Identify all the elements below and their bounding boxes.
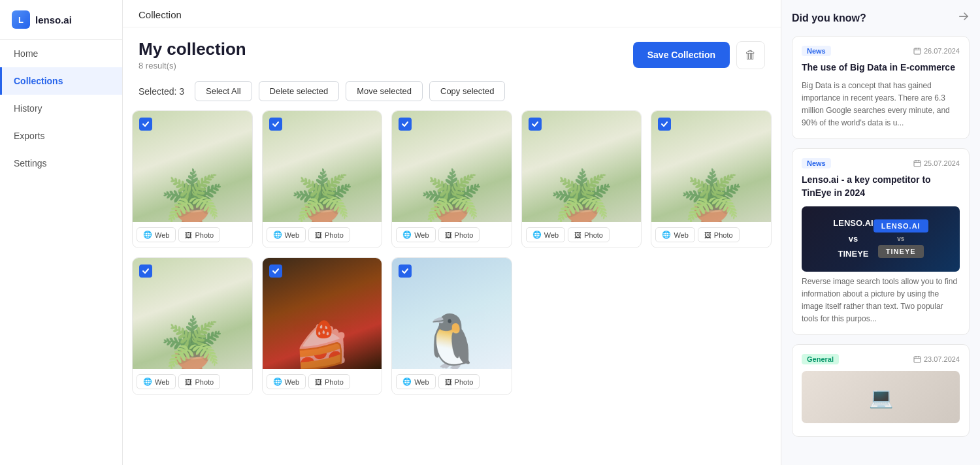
web-button-1[interactable]: 🌐 Web bbox=[137, 227, 176, 242]
card-checkbox-7[interactable] bbox=[269, 265, 282, 278]
image-thumbnail-2 bbox=[263, 111, 382, 222]
card-checkbox-2[interactable] bbox=[269, 118, 282, 131]
grid-row-2: 🌐 Web 🖼 Photo 🌐 Web 🖼 Photo bbox=[132, 257, 772, 395]
sidebar-item-exports[interactable]: Exports bbox=[0, 122, 122, 150]
svg-rect-1 bbox=[914, 48, 921, 54]
photo-button-6[interactable]: 🖼 Photo bbox=[178, 374, 220, 389]
globe-icon-5: 🌐 bbox=[662, 231, 671, 239]
collection-subtitle: 8 result(s) bbox=[139, 61, 246, 71]
news-card-meta-2: News 25.07.2024 bbox=[802, 158, 960, 168]
photo-icon-4: 🖼 bbox=[574, 231, 581, 239]
sidebar-item-home[interactable]: Home bbox=[0, 40, 122, 67]
did-you-know-title: Did you know? bbox=[792, 12, 866, 24]
sidebar-item-history[interactable]: History bbox=[0, 95, 122, 122]
news-card-1: News 26.07.2024 The use of Big Data in E… bbox=[792, 36, 970, 139]
photo-icon-8: 🖼 bbox=[445, 378, 452, 386]
card-actions-1: 🌐 Web 🖼 Photo bbox=[133, 222, 252, 248]
card-checkbox-4[interactable] bbox=[529, 118, 542, 131]
card-checkbox-5[interactable] bbox=[658, 118, 671, 131]
delete-collection-button[interactable]: 🗑 bbox=[736, 41, 765, 69]
globe-icon-7: 🌐 bbox=[273, 377, 282, 386]
move-selected-button[interactable]: Move selected bbox=[346, 81, 423, 101]
photo-icon-6: 🖼 bbox=[185, 378, 192, 386]
sidebar-item-collections[interactable]: Collections bbox=[0, 67, 122, 95]
image-thumbnail-7 bbox=[263, 258, 382, 369]
collection-title-group: My collection 8 result(s) bbox=[139, 39, 246, 71]
image-grid-area: 🌐 Web 🖼 Photo 🌐 Web bbox=[123, 110, 781, 465]
grid-row-1: 🌐 Web 🖼 Photo 🌐 Web bbox=[132, 110, 772, 248]
photo-button-4[interactable]: 🖼 Photo bbox=[568, 227, 610, 242]
web-button-2[interactable]: 🌐 Web bbox=[267, 227, 306, 242]
image-thumbnail-5 bbox=[651, 111, 771, 222]
photo-button-3[interactable]: 🖼 Photo bbox=[438, 227, 480, 242]
trash-icon: 🗑 bbox=[745, 48, 757, 62]
web-button-7[interactable]: 🌐 Web bbox=[267, 374, 306, 389]
sidebar-item-settings[interactable]: Settings bbox=[0, 150, 122, 177]
news-date-3: 23.07.2024 bbox=[913, 355, 960, 363]
right-panel-header: Did you know? bbox=[792, 10, 970, 25]
image-thumbnail-4 bbox=[522, 111, 642, 222]
select-all-button[interactable]: Select All bbox=[195, 81, 252, 101]
close-panel-button[interactable] bbox=[958, 10, 970, 25]
news-title-2: Lenso.ai - a key competitor to TinEye in… bbox=[802, 174, 960, 199]
logo-text: lenso.ai bbox=[35, 14, 72, 25]
card-checkbox-3[interactable] bbox=[399, 118, 412, 131]
globe-icon-3: 🌐 bbox=[402, 231, 412, 239]
logo-icon: L bbox=[12, 10, 30, 29]
delete-selected-button[interactable]: Delete selected bbox=[259, 81, 340, 101]
collection-header: My collection 8 result(s) Save Collectio… bbox=[123, 27, 781, 78]
image-card-5: 🌐 Web 🖼 Photo bbox=[651, 110, 772, 248]
photo-button-8[interactable]: 🖼 Photo bbox=[438, 374, 480, 389]
news-badge-2: News bbox=[802, 158, 831, 168]
card-checkbox-1[interactable] bbox=[139, 118, 152, 131]
globe-icon-6: 🌐 bbox=[143, 377, 152, 386]
web-button-8[interactable]: 🌐 Web bbox=[396, 374, 435, 389]
photo-button-1[interactable]: 🖼 Photo bbox=[178, 227, 220, 242]
image-card-7: 🌐 Web 🖼 Photo bbox=[262, 257, 383, 395]
news-card-meta-1: News 26.07.2024 bbox=[802, 46, 960, 56]
image-card-8: 🌐 Web 🖼 Photo bbox=[391, 257, 512, 395]
svg-rect-9 bbox=[914, 357, 921, 362]
card-actions-3: 🌐 Web 🖼 Photo bbox=[392, 222, 512, 248]
photo-button-5[interactable]: 🖼 Photo bbox=[698, 227, 740, 242]
news-body-1: Big Data is a concept that has gained im… bbox=[802, 80, 960, 130]
image-card-4: 🌐 Web 🖼 Photo bbox=[521, 110, 642, 248]
photo-icon-2: 🖼 bbox=[315, 231, 322, 239]
news-date-2: 25.07.2024 bbox=[913, 159, 960, 167]
photo-icon-7: 🖼 bbox=[315, 378, 322, 386]
card-actions-6: 🌐 Web 🖼 Photo bbox=[133, 369, 252, 394]
image-thumbnail-6 bbox=[133, 258, 252, 369]
globe-icon-4: 🌐 bbox=[532, 231, 542, 239]
toolbar: Selected: 3 Select All Delete selected M… bbox=[123, 78, 781, 110]
news-card-2: News 25.07.2024 Lenso.ai - a key competi… bbox=[792, 148, 970, 335]
copy-selected-button[interactable]: Copy selected bbox=[429, 81, 505, 101]
right-panel: Did you know? News 26.07.2024 The use of… bbox=[781, 0, 980, 465]
card-checkbox-6[interactable] bbox=[139, 265, 152, 278]
card-actions-5: 🌐 Web 🖼 Photo bbox=[651, 222, 771, 248]
web-button-4[interactable]: 🌐 Web bbox=[526, 227, 565, 242]
news-title-1: The use of Big Data in E-commerce bbox=[802, 61, 960, 74]
card-checkbox-8[interactable] bbox=[399, 265, 412, 278]
photo-icon-3: 🖼 bbox=[445, 231, 452, 239]
news-card-3: General 23.07.2024 💻 bbox=[792, 344, 970, 437]
photo-button-2[interactable]: 🖼 Photo bbox=[308, 227, 350, 242]
breadcrumb: Collection bbox=[123, 0, 781, 27]
web-button-5[interactable]: 🌐 Web bbox=[655, 227, 694, 242]
sidebar-logo: L lenso.ai bbox=[0, 0, 122, 40]
web-button-3[interactable]: 🌐 Web bbox=[396, 227, 435, 242]
main-content: Collection My collection 8 result(s) Sav… bbox=[123, 0, 781, 465]
image-card-3: 🌐 Web 🖼 Photo bbox=[391, 110, 512, 248]
save-collection-button[interactable]: Save Collection bbox=[633, 42, 730, 68]
card-actions-2: 🌐 Web 🖼 Photo bbox=[263, 222, 382, 248]
image-thumbnail-1 bbox=[133, 111, 252, 222]
web-button-6[interactable]: 🌐 Web bbox=[137, 374, 176, 389]
photo-button-7[interactable]: 🖼 Photo bbox=[308, 374, 350, 389]
globe-icon-8: 🌐 bbox=[402, 377, 412, 386]
collection-title: My collection bbox=[139, 39, 246, 59]
news-badge-3: General bbox=[802, 354, 839, 364]
card-actions-8: 🌐 Web 🖼 Photo bbox=[392, 369, 512, 394]
image-card-2: 🌐 Web 🖼 Photo bbox=[262, 110, 383, 248]
image-thumbnail-3 bbox=[392, 111, 512, 222]
collection-actions: Save Collection 🗑 bbox=[633, 41, 765, 69]
news-body-2: Reverse image search tools allow you to … bbox=[802, 276, 960, 326]
